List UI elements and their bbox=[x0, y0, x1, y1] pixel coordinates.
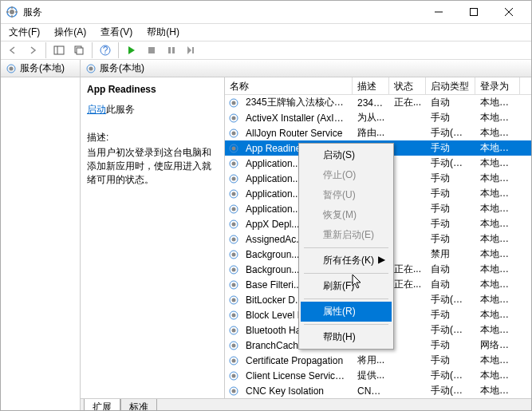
gear-icon bbox=[228, 234, 239, 245]
service-row[interactable]: AllJoyn Router Service路由...手动(触发...本地服务 bbox=[225, 125, 531, 140]
cell-startup: 手动 bbox=[426, 354, 475, 367]
svg-point-51 bbox=[232, 298, 236, 302]
gear-icon bbox=[6, 63, 17, 74]
ctx-separator bbox=[304, 247, 388, 248]
svg-point-37 bbox=[232, 192, 236, 196]
close-button[interactable] bbox=[491, 1, 526, 23]
cell-startup: 自动 bbox=[426, 96, 475, 109]
maximize-button[interactable] bbox=[456, 1, 491, 23]
svg-rect-17 bbox=[168, 47, 171, 53]
gear-icon bbox=[228, 113, 239, 124]
gear-icon bbox=[228, 128, 239, 139]
cell-startup: 手动(触发... bbox=[426, 323, 475, 337]
start-service-button[interactable] bbox=[123, 41, 140, 59]
menu-action[interactable]: 操作(A) bbox=[51, 24, 89, 41]
cell-startup: 手动 bbox=[426, 217, 475, 231]
app-icon bbox=[6, 6, 18, 18]
export-list-button[interactable] bbox=[70, 41, 88, 59]
forward-button[interactable] bbox=[24, 41, 41, 59]
gear-icon bbox=[228, 188, 239, 200]
help-button[interactable]: ? bbox=[97, 41, 114, 59]
col-name[interactable]: 名称 bbox=[225, 77, 353, 94]
gear-icon bbox=[228, 204, 239, 215]
chevron-right-icon: ▶ bbox=[378, 254, 385, 265]
cell-logon: 本地服务 bbox=[475, 278, 520, 291]
ctx-separator bbox=[304, 324, 388, 325]
back-button[interactable] bbox=[4, 41, 22, 59]
cell-logon: 本地系统 bbox=[475, 247, 520, 261]
cell-desc: 将用... bbox=[353, 354, 389, 367]
nav-tree[interactable] bbox=[1, 77, 80, 84]
selected-service-name: App Readiness bbox=[87, 84, 218, 95]
svg-rect-19 bbox=[192, 47, 194, 53]
cell-startup: 自动 bbox=[426, 263, 475, 276]
cell-startup: 手动 bbox=[426, 202, 475, 215]
gear-icon bbox=[228, 385, 239, 397]
cell-logon: 网络服务 bbox=[475, 338, 520, 352]
cell-desc: CNC... bbox=[353, 385, 389, 397]
gear-icon bbox=[228, 249, 239, 260]
nav-header-label: 服务(本地) bbox=[20, 61, 65, 75]
svg-point-39 bbox=[232, 207, 236, 211]
svg-rect-10 bbox=[54, 46, 64, 54]
gear-icon bbox=[228, 325, 239, 336]
tab-extended[interactable]: 扩展 bbox=[84, 399, 120, 411]
cell-status: 正在... bbox=[389, 278, 426, 291]
svg-point-33 bbox=[232, 161, 236, 165]
ctx-start[interactable]: 启动(S) bbox=[301, 145, 392, 165]
service-row[interactable]: Certificate Propagation将用...手动本地系统 bbox=[225, 353, 531, 368]
cell-startup: 手动(触发... bbox=[426, 293, 475, 306]
col-startup[interactable]: 启动类型 bbox=[426, 77, 475, 94]
main-header: 服务(本地) bbox=[81, 60, 531, 77]
cell-logon: 本地服务 bbox=[475, 187, 520, 200]
show-hide-tree-button[interactable] bbox=[50, 41, 68, 59]
cell-logon: 本地系统 bbox=[475, 172, 520, 185]
svg-point-63 bbox=[232, 389, 236, 393]
service-row[interactable]: Client License Service (Cli...提供...手动(触发… bbox=[225, 368, 531, 383]
cell-logon: 本地服务 bbox=[475, 126, 520, 140]
menu-file[interactable]: 文件(F) bbox=[6, 24, 43, 41]
svg-point-45 bbox=[232, 252, 236, 256]
minimize-button[interactable] bbox=[421, 1, 456, 23]
stop-service-button[interactable] bbox=[143, 41, 160, 59]
cell-name: 2345王牌输入法核心服务 bbox=[241, 96, 353, 109]
cursor-icon bbox=[352, 274, 363, 290]
ctx-all-tasks-label: 所有任务(K) bbox=[323, 255, 374, 266]
ctx-refresh[interactable]: 刷新(F) bbox=[301, 276, 392, 296]
cell-desc: 2345... bbox=[353, 97, 389, 109]
cell-startup: 手动 bbox=[426, 338, 475, 352]
gear-icon bbox=[228, 219, 239, 230]
menu-view[interactable]: 查看(V) bbox=[97, 24, 136, 41]
ctx-all-tasks[interactable]: 所有任务(K) ▶ bbox=[301, 251, 392, 271]
ctx-help[interactable]: 帮助(H) bbox=[301, 327, 392, 347]
gear-icon bbox=[228, 355, 239, 366]
toolbar: ? bbox=[1, 41, 531, 60]
svg-rect-3 bbox=[11, 15, 13, 18]
service-row[interactable]: 2345王牌输入法核心服务2345...正在...自动本地系统 bbox=[225, 95, 531, 110]
restart-service-button[interactable] bbox=[183, 41, 200, 59]
svg-rect-18 bbox=[172, 47, 175, 53]
pause-service-button[interactable] bbox=[163, 41, 180, 59]
cell-startup: 手动(触发... bbox=[426, 156, 475, 170]
cell-startup: 手动(触发... bbox=[426, 369, 475, 382]
menu-help[interactable]: 帮助(H) bbox=[144, 24, 183, 41]
col-logon[interactable]: 登录为 bbox=[475, 77, 520, 94]
cell-logon: 本地系统 bbox=[475, 384, 520, 397]
start-service-link[interactable]: 启动 bbox=[87, 104, 106, 115]
cell-desc: 提供... bbox=[353, 369, 389, 382]
ctx-properties[interactable]: 属性(R) bbox=[301, 302, 392, 322]
cell-name: AllJoyn Router Service bbox=[241, 128, 353, 139]
cell-logon: 本地服务 bbox=[475, 156, 520, 170]
tab-standard[interactable]: 标准 bbox=[120, 399, 157, 411]
service-row[interactable]: CNC Key IsolationCNC...手动(触发...本地系统 bbox=[225, 383, 531, 398]
cell-name: CNC Key Isolation bbox=[241, 385, 353, 397]
toolbar-separator bbox=[45, 42, 46, 58]
detail-pane: App Readiness 启动此服务 描述: 当用户初次登录到这台电脑和添加新… bbox=[81, 77, 224, 398]
svg-rect-5 bbox=[15, 11, 18, 13]
svg-point-27 bbox=[232, 116, 236, 120]
cell-name: ActiveX Installer (AxInstSV) bbox=[241, 113, 353, 124]
col-status[interactable]: 状态 bbox=[389, 77, 426, 94]
ctx-restart: 重新启动(E) bbox=[301, 225, 392, 245]
col-desc[interactable]: 描述 bbox=[353, 77, 389, 94]
service-row[interactable]: ActiveX Installer (AxInstSV)为从...手动本地系统 bbox=[225, 110, 531, 125]
